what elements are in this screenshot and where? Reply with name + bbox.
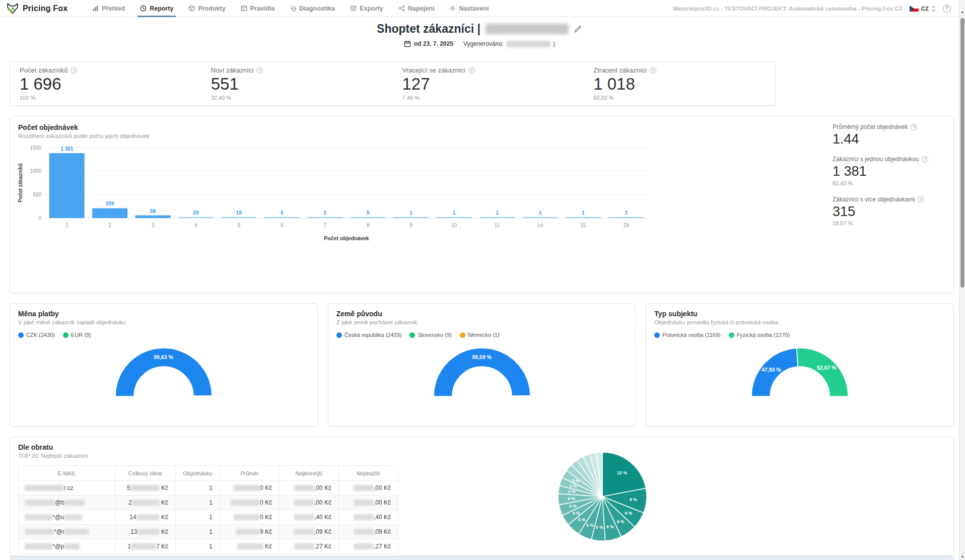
- tooltip-help-icon[interactable]: ?: [918, 196, 924, 202]
- edit-pencil-icon[interactable]: [574, 25, 582, 33]
- column-header-celkovy-obrat: Celkový obrat: [115, 466, 176, 481]
- report-content: Počet zákazníků?1 696100 %Noví zákazníci…: [0, 60, 959, 560]
- legend-item-nemecko-1-[interactable]: Německo (1): [460, 332, 500, 338]
- cell-email: *@r: [19, 525, 115, 539]
- orders-card-title: Počet objednávek: [18, 123, 945, 131]
- app-root: Pricing Fox PřehledReportyProduktyPravid…: [0, 0, 965, 560]
- svg-text:1 381: 1 381: [60, 146, 73, 152]
- nav-item-pravidla[interactable]: Pravidla: [233, 0, 283, 17]
- brand-logo[interactable]: Pricing Fox: [6, 2, 67, 15]
- redacted-value: [64, 529, 89, 535]
- redacted-value: [64, 500, 85, 506]
- date-range: od 23. 7. 2025: [404, 40, 453, 47]
- nav-item-nastaveni[interactable]: Nastavení: [442, 0, 496, 17]
- rules-icon: [241, 5, 247, 12]
- legend-label: Česká republika (2429): [344, 332, 402, 338]
- kpi-label: Vracející se zákazníci?: [402, 66, 584, 74]
- kpi-pocet-zakazniku: Počet zákazníků?1 696100 %: [10, 66, 201, 101]
- svg-text:1500: 1500: [30, 145, 42, 151]
- nav-item-diagnostika[interactable]: Diagnostika: [282, 0, 342, 17]
- kpi-percent: 60,02 %: [593, 95, 775, 101]
- orders-bar-chart: 0500100015001 38112092583204105562758191…: [14, 142, 669, 259]
- svg-text:5: 5: [238, 223, 241, 228]
- svg-text:99,59 %: 99,59 %: [472, 354, 492, 360]
- report-page: Shoptet zákazníci | od 23. 7. 2025 Vygen…: [0, 17, 959, 560]
- report-meta: od 23. 7. 2025 Vygenerováno: ): [404, 40, 555, 47]
- cell-amount: 1: [176, 510, 220, 525]
- nav-item-label: Pravidla: [250, 5, 275, 12]
- legend-dot-icon: [18, 332, 24, 338]
- cell-amount: 9 Kč: [220, 525, 280, 539]
- main-nav: PřehledReportyProduktyPravidlaDiagnostik…: [85, 0, 496, 17]
- redacted-value: [25, 500, 55, 506]
- tooltip-help-icon[interactable]: ?: [650, 67, 656, 74]
- cell-amount: ,00 Kč: [280, 496, 339, 510]
- cell-amount: ,27 Kč: [280, 539, 339, 554]
- table-row: *@p17 Kč1 Kč,27 Kč,27 Kč: [19, 539, 398, 554]
- report-header: Shoptet zákazníci | od 23. 7. 2025 Vygen…: [0, 17, 959, 60]
- nav-item-label: Produkty: [198, 5, 225, 12]
- tooltip-help-icon[interactable]: ?: [256, 67, 263, 74]
- redacted-value: [231, 500, 260, 506]
- kpi-label: Počet zákazníků?: [20, 66, 201, 74]
- tooltip-help-icon[interactable]: ?: [922, 156, 928, 163]
- nav-item-exporty[interactable]: Exporty: [342, 0, 391, 17]
- svg-text:6: 6: [281, 223, 284, 228]
- scroll-up-icon[interactable]: ▲: [959, 10, 965, 14]
- tooltip-help-icon[interactable]: ?: [911, 124, 917, 130]
- kpi-value: 551: [211, 76, 393, 93]
- nav-item-reporty[interactable]: Reporty: [132, 0, 181, 17]
- scrollbar-thumb[interactable]: [960, 18, 964, 288]
- legend-dot-icon: [460, 332, 465, 338]
- share-icon: [398, 5, 405, 12]
- nav-item-napojeni[interactable]: Napojení: [391, 0, 442, 17]
- box-icon: [188, 5, 195, 12]
- redacted-value: [25, 514, 52, 520]
- stat-value: 315: [833, 204, 941, 219]
- scroll-down-icon[interactable]: ▼: [959, 555, 965, 558]
- column-header-nejdrazsi: Nejdražší: [339, 466, 398, 481]
- svg-text:2: 2: [324, 210, 327, 216]
- topbar-right: Materialpro3D.cz - TESTOVACÍ PROJEKT: Au…: [673, 5, 965, 13]
- orders-card-subtitle: Rozdělení zákazníků podle počtu jejich o…: [18, 133, 945, 139]
- language-select[interactable]: CZ: [910, 5, 936, 12]
- redacted-value: [294, 543, 314, 549]
- kpi-percent: 7,49 %: [402, 95, 584, 101]
- nav-item-label: Napojení: [408, 5, 435, 12]
- legend-item-fyzicka-osoba-1270-[interactable]: Fyzická osoba (1270): [729, 332, 790, 338]
- help-button[interactable]: ?: [943, 5, 951, 13]
- legend-item-slovensko-9-[interactable]: Slovensko (9): [409, 332, 451, 338]
- legend-dot-icon: [654, 332, 660, 338]
- legend-item-pravnicka-osoba-1169-[interactable]: Právnická osoba (1169): [654, 332, 720, 338]
- chart-legend: CZK (2430)EUR (9): [18, 332, 309, 338]
- svg-text:5: 5: [281, 210, 284, 216]
- cell-amount: 0 Kč: [220, 481, 280, 496]
- svg-text:15: 15: [580, 223, 586, 228]
- legend-item-czk-2430-[interactable]: CZK (2430): [18, 332, 55, 338]
- redacted-value: [25, 529, 54, 535]
- gear-icon: [449, 5, 456, 12]
- cell-amount: 1: [176, 539, 220, 554]
- nav-item-produkty[interactable]: Produkty: [181, 0, 233, 17]
- nav-item-prehled[interactable]: Přehled: [85, 0, 132, 17]
- cell-amount: 1: [176, 525, 220, 539]
- legend-item-ceska-republika-2429-[interactable]: Česká republika (2429): [336, 332, 402, 338]
- legend-item-eur-9-[interactable]: EUR (9): [63, 332, 91, 338]
- tooltip-help-icon[interactable]: ?: [468, 67, 475, 74]
- svg-text:5 %: 5 %: [596, 525, 603, 530]
- legend-dot-icon: [409, 332, 415, 338]
- nav-item-label: Nastavení: [459, 5, 489, 12]
- mena-platby-gauge-chart: 99,63 %: [106, 342, 222, 398]
- legend-dot-icon: [729, 332, 734, 338]
- bar-chart-icon: [92, 5, 99, 12]
- card-subtitle: Z jaké země pocházel zákazník: [336, 319, 628, 325]
- redacted-value: [237, 543, 263, 549]
- cell-amount: ,00 Kč: [339, 481, 398, 496]
- gauge-cards-row: Měna platbyV jaké měně zákazník zaplatil…: [10, 303, 954, 427]
- tooltip-help-icon[interactable]: ?: [71, 67, 77, 74]
- cell-amount: 0 Kč: [220, 496, 280, 510]
- fox-logo-icon: [6, 2, 19, 15]
- legend-dot-icon: [63, 332, 68, 338]
- svg-text:5: 5: [367, 210, 370, 216]
- vertical-scrollbar[interactable]: ▲ ▼: [959, 0, 965, 560]
